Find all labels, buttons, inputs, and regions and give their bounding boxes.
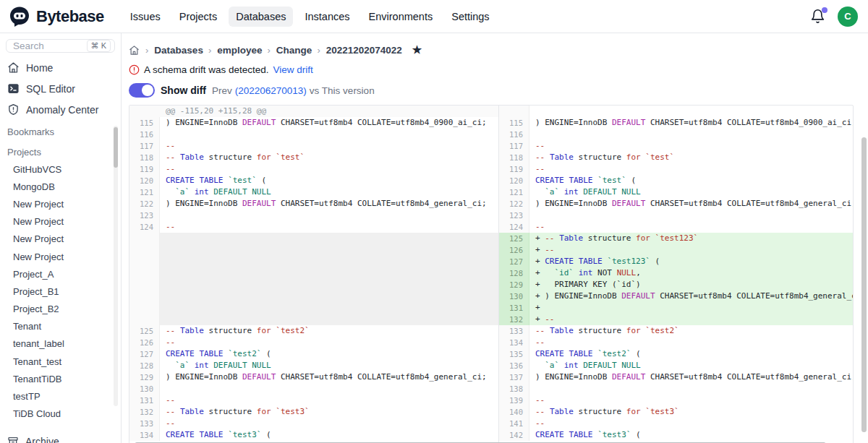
code-token: Table — [550, 326, 574, 335]
code-line — [160, 383, 498, 395]
diff-row: 122) ENGINE=InnoDB DEFAULT CHARSET=utf8m… — [499, 198, 853, 210]
code-token — [535, 361, 545, 370]
bytebase-logo[interactable]: Bytebase — [9, 6, 104, 27]
project-item[interactable]: TiDB Cloud — [0, 405, 121, 423]
nav-item-issues[interactable]: Issues — [123, 7, 168, 27]
diff-row-placeholder — [129, 314, 498, 325]
code-token — [190, 187, 195, 197]
project-item[interactable]: New Project — [0, 248, 121, 265]
notifications-button[interactable] — [810, 9, 826, 25]
sql-editor-icon — [7, 82, 20, 95]
notification-dot — [822, 7, 827, 13]
project-item[interactable]: Tenant_test — [0, 353, 121, 370]
sidebar-scrollbar-track[interactable] — [114, 126, 118, 406]
code-token: DEFAULT NULL — [213, 361, 271, 370]
code-token — [574, 268, 579, 278]
project-item[interactable]: Tenant — [0, 318, 121, 335]
project-item[interactable]: GitHubVCS — [0, 160, 121, 178]
project-item[interactable]: Project_A — [0, 265, 121, 283]
diff-row-placeholder — [129, 244, 498, 256]
diff-row: 135CREATE TABLE `test2` ( — [499, 348, 853, 360]
nav-item-databases[interactable]: Databases — [229, 7, 293, 27]
code-token: for — [626, 326, 641, 335]
sidebar-item-sql-editor[interactable]: SQL Editor — [0, 78, 121, 99]
line-number — [129, 233, 160, 244]
project-item[interactable]: MongoDB — [0, 178, 121, 195]
breadcrumb-item[interactable]: 20221202074022 — [326, 45, 404, 56]
page-scrollbar-thumb[interactable] — [861, 137, 867, 432]
sidebar-item-anomaly-center[interactable]: Anomaly Center — [0, 99, 121, 120]
project-item[interactable]: TenantTiDB — [0, 370, 121, 387]
diff-row: 137) ENGINE=InnoDB DEFAULT CHARSET=utf8m… — [499, 371, 853, 383]
sidebar-item-archive[interactable]: Archive — [0, 431, 121, 443]
code-line — [160, 279, 498, 291]
breadcrumb-home-icon[interactable] — [129, 45, 140, 56]
view-drift-link[interactable]: View drift — [273, 64, 313, 75]
code-token — [650, 233, 655, 243]
code-token: -- — [166, 152, 180, 162]
line-number: 121 — [129, 186, 160, 198]
sidebar-section-projects[interactable]: Projects — [0, 140, 121, 160]
code-token: structure — [204, 326, 257, 335]
project-item[interactable]: Project_B2 — [0, 301, 121, 318]
code-line: `a` int DEFAULT NULL — [529, 186, 853, 198]
diff-panel-current: 115) ENGINE=InnoDB DEFAULT CHARSET=utf8m… — [498, 106, 853, 443]
breadcrumb-item[interactable]: Databases — [154, 45, 205, 56]
code-token: for — [257, 407, 271, 416]
bytebase-logo-icon — [9, 6, 30, 27]
nav-item-environments[interactable]: Environments — [362, 7, 441, 27]
code-token: TABLE — [579, 257, 603, 266]
line-number: 116 — [129, 129, 160, 140]
avatar[interactable]: C — [838, 7, 858, 27]
code-token: structure — [574, 152, 626, 162]
project-item[interactable]: New Project — [0, 213, 121, 231]
prev-version-link[interactable]: (202206270013) — [235, 85, 307, 96]
code-token: + ) ENGINE=InnoDB — [535, 291, 621, 301]
code-token: `test2` — [228, 349, 261, 358]
sidebar-scrollbar-thumb[interactable] — [114, 127, 118, 168]
star-icon[interactable]: ★ — [412, 43, 422, 56]
project-item[interactable]: New Project — [0, 231, 121, 248]
line-number: 134 — [129, 429, 160, 441]
project-item[interactable]: testTP — [0, 387, 121, 405]
code-token: int — [195, 361, 209, 370]
search-input[interactable]: Search ⌘ K — [6, 39, 115, 53]
line-number: 131 — [499, 302, 529, 314]
diff-row: 124-- — [129, 221, 498, 233]
sidebar-item-label: Anomaly Center — [26, 104, 98, 116]
nav-item-instances[interactable]: Instances — [297, 7, 357, 27]
code-line: ) ENGINE=InnoDB DEFAULT CHARSET=utf8mb4 … — [160, 117, 498, 129]
diff-row: 116 — [129, 129, 498, 140]
prev-label: Prev — [212, 85, 232, 96]
toggle-knob — [142, 85, 153, 96]
nav-item-projects[interactable]: Projects — [172, 7, 224, 27]
line-number — [129, 106, 160, 117]
diff-row: 132-- Table structure for `test3` — [129, 406, 498, 418]
breadcrumb-item[interactable]: employee — [217, 45, 264, 56]
code-line: + CREATE TABLE `test123` ( — [529, 256, 853, 267]
show-diff-toggle[interactable] — [129, 83, 155, 98]
code-token: ( — [631, 349, 640, 358]
line-number: 124 — [499, 221, 529, 233]
sidebar-item-home[interactable]: Home — [0, 57, 121, 78]
sidebar-section-bookmarks[interactable]: Bookmarks — [0, 120, 121, 140]
code-line — [160, 244, 498, 256]
code-token: CHARSET=utf8mb4 COLLATE=utf8mb4_0900_ai_… — [645, 118, 853, 127]
diff-row: 138 — [499, 383, 853, 395]
code-token: ( — [631, 430, 640, 439]
project-item[interactable]: Project_B1 — [0, 283, 121, 300]
code-token: `test` — [276, 152, 305, 162]
code-line: -- — [160, 418, 498, 429]
diff-row-placeholder — [129, 291, 498, 302]
schema-drift-alert: A schema drift was detected. View drift — [129, 63, 854, 76]
diff-row: 134CREATE TABLE `test3` ( — [129, 429, 498, 441]
breadcrumb-item[interactable]: Change — [276, 45, 315, 56]
nav-item-settings[interactable]: Settings — [444, 7, 496, 27]
code-token: -- — [535, 407, 550, 416]
code-token: -- — [535, 395, 545, 405]
project-item[interactable]: tenant_label — [0, 335, 121, 353]
line-number: 127 — [129, 348, 160, 360]
project-item[interactable]: New Project — [0, 195, 121, 212]
home-icon — [7, 61, 20, 74]
project-list: GitHubVCSMongoDBNew ProjectNew ProjectNe… — [0, 160, 121, 423]
